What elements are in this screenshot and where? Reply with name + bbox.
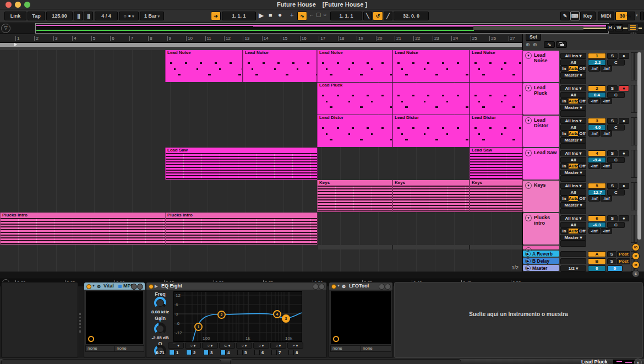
mixer-section-toggle-r[interactable]: R	[632, 252, 640, 260]
pan-field[interactable]: C	[607, 59, 625, 66]
volume-field[interactable]: 0.4	[588, 92, 606, 98]
track-lane[interactable]: Lead DistorLead DistorLead Distor	[0, 115, 522, 148]
hot-swap-icon[interactable]	[313, 284, 319, 290]
eq-curve-display[interactable]: 1260-6-121001k10k1243	[173, 291, 302, 342]
track-number-button[interactable]: 1	[588, 53, 606, 59]
midi-clip[interactable]: Lead Noise	[470, 50, 523, 82]
solo-button[interactable]: S	[607, 150, 618, 156]
return-lane[interactable]	[0, 250, 522, 258]
monitor-in-button[interactable]: In	[560, 98, 568, 104]
input-channel-select[interactable]: All Channe▾	[560, 59, 586, 66]
track-fold-icon[interactable]: ▼	[525, 85, 532, 91]
track-lane[interactable]: Lead Pluck	[0, 83, 522, 116]
band-enable-checkbox[interactable]	[254, 350, 260, 355]
arm-button[interactable]: ●	[619, 53, 629, 59]
metronome-button[interactable]: ○ ●▾	[119, 12, 139, 20]
track-fold-icon[interactable]: ▶	[525, 251, 531, 257]
output-channel-select[interactable]	[560, 258, 586, 264]
tempo-field[interactable]: 125.00	[46, 12, 73, 20]
track-number-button[interactable]: 5	[588, 183, 606, 189]
solo-button[interactable]: S	[607, 215, 618, 221]
eq-eight-device[interactable]: ▶ EQ Eight Freq 8.08 kHz Gain ▼ -2.85 dB…	[146, 282, 327, 358]
band-enable-checkbox[interactable]	[186, 350, 192, 355]
pre-post-toggle[interactable]: Post	[617, 251, 630, 257]
midi-clip[interactable]	[317, 245, 392, 249]
midi-clip[interactable]: Lead Noise	[165, 50, 243, 82]
device-activator-icon[interactable]	[331, 284, 336, 289]
output-channel-select[interactable]	[560, 111, 586, 117]
output-channel-select[interactable]	[560, 241, 586, 247]
tap-tempo-button[interactable]: Tap	[28, 12, 45, 20]
monitor-off-button[interactable]: Off	[578, 228, 586, 234]
device-drop-area[interactable]: Suelte aquí un Instrumento o muestra	[394, 282, 643, 358]
monitor-in-button[interactable]: In	[560, 195, 568, 202]
loop-button[interactable]: ↺	[373, 12, 383, 20]
track-name[interactable]: ▼Lead Distor	[523, 116, 559, 147]
midi-clip[interactable]	[392, 83, 470, 115]
arrangement-overview[interactable]: ▽ H W	[0, 23, 644, 34]
monitor-auto-button[interactable]: Auto	[568, 228, 578, 234]
session-record-button[interactable]: ▢	[316, 12, 321, 18]
midi-clip[interactable]	[470, 245, 523, 249]
volume-field[interactable]: 0	[588, 265, 606, 271]
volume-field[interactable]: -4.0	[588, 124, 606, 131]
overdub-button[interactable]: +	[290, 12, 293, 18]
track-fold-icon[interactable]: ▼	[525, 182, 532, 189]
capture-midi-button[interactable]: ○	[323, 12, 326, 18]
vital-title-bar[interactable]: ▼ ⚙ Vital MPE	[84, 282, 145, 290]
plugin-panel[interactable]	[85, 291, 144, 345]
track-name[interactable]: ▼	[523, 246, 559, 249]
solo-button[interactable]: S	[607, 53, 618, 59]
mixer-section-toggle-s[interactable]: S	[632, 270, 640, 278]
band-enable-checkbox[interactable]	[203, 350, 209, 355]
midi-map-button[interactable]: MIDI	[598, 12, 614, 20]
save-preset-icon[interactable]	[319, 284, 325, 290]
track-name[interactable]: ▼Lead Pluck	[523, 83, 559, 115]
hot-swap-icon[interactable]	[131, 284, 137, 290]
output-channel-select[interactable]	[560, 143, 586, 149]
return-channel-button[interactable]: A	[588, 251, 606, 257]
output-channel-select[interactable]	[560, 176, 586, 182]
output-channel-select[interactable]	[560, 251, 586, 257]
width-zoom-button[interactable]: W	[615, 24, 623, 31]
draw-mode-button[interactable]: ✎	[560, 12, 570, 20]
filter-shape-select[interactable]: ○ ▾	[202, 343, 218, 349]
device-activator-icon[interactable]	[149, 284, 154, 289]
pan-field[interactable]: C	[607, 92, 625, 98]
input-channel-select[interactable]: All Channe▾	[560, 157, 586, 163]
sidechain-slot[interactable]: none	[114, 345, 144, 352]
monitor-in-button[interactable]: In	[560, 163, 568, 169]
track-lane[interactable]: Lead SawLead Saw	[0, 148, 522, 181]
band-enable-checkbox[interactable]	[169, 350, 174, 355]
return-lane[interactable]	[0, 257, 522, 265]
monitor-auto-button[interactable]: Auto	[568, 195, 578, 202]
filter-shape-select[interactable]: ○ ▾	[236, 343, 252, 349]
output-routing-select[interactable]: Master ▾	[560, 72, 586, 78]
record-button[interactable]: ●	[278, 11, 282, 19]
eq-band-node[interactable]: 1	[194, 323, 203, 331]
input-routing-select[interactable]: All Ins ▾	[560, 53, 586, 59]
input-routing-select[interactable]: All Ins ▾	[560, 85, 586, 91]
midi-clip[interactable]: Lead Noise	[243, 50, 317, 82]
track-number-button[interactable]: 4	[588, 150, 606, 156]
gain-knob[interactable]	[154, 323, 166, 335]
solo-button[interactable]: S	[607, 251, 616, 257]
eq-band-node[interactable]: 3	[282, 314, 290, 323]
filter-shape-select[interactable]: ⌐ ▾	[287, 343, 303, 349]
input-routing-select[interactable]: All Ins ▾	[560, 183, 586, 189]
arm-button[interactable]: ●	[619, 183, 629, 189]
band-enable-checkbox[interactable]	[288, 350, 294, 355]
volume-field[interactable]: -12.7	[588, 189, 606, 195]
return-track-name[interactable]: ▶A Reverb	[523, 251, 559, 257]
plugin-edit-icon[interactable]: ⚙	[342, 283, 346, 290]
freq-knob[interactable]	[154, 297, 166, 309]
solo-button[interactable]: S	[607, 183, 618, 189]
lfotool-title-bar[interactable]: ▼ ⚙ LFOTool	[329, 282, 392, 290]
midi-clip[interactable]: Lead Pluck	[317, 83, 392, 115]
reenable-automation-button[interactable]: ←	[309, 12, 314, 18]
monitor-auto-button[interactable]: Auto	[568, 163, 578, 169]
link-button[interactable]: Link	[4, 12, 26, 20]
output-channel-select[interactable]	[560, 78, 586, 84]
input-routing-select[interactable]: All Ins ▾	[560, 150, 586, 156]
input-routing-select[interactable]: All Ins ▾	[560, 118, 586, 124]
